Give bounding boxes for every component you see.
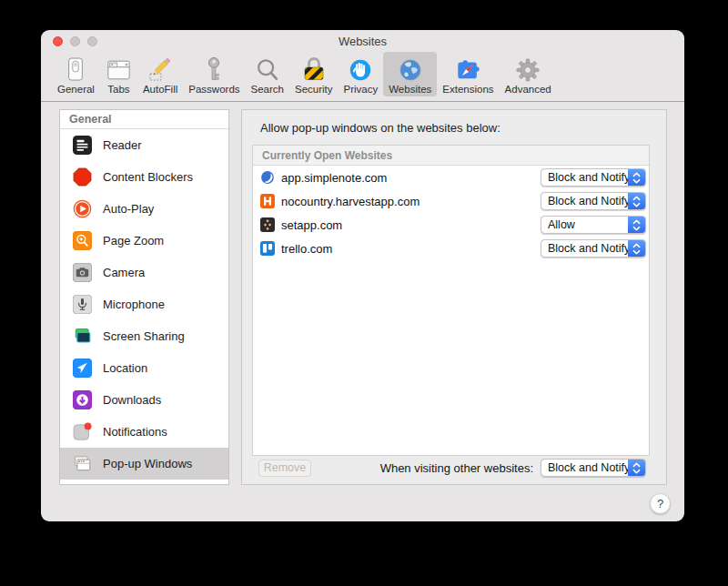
- tab-autofill[interactable]: AutoFill: [137, 52, 183, 96]
- select-value: Block and Notify: [541, 171, 630, 184]
- other-websites-label: When visiting other websites:: [380, 461, 533, 475]
- sidebar-item-label: Camera: [103, 266, 145, 279]
- tab-websites[interactable]: Websites: [383, 52, 437, 96]
- popup-setting-select[interactable]: Block and Notify: [541, 168, 646, 187]
- websites-table: Currently Open Websites app.simplenote.c…: [252, 145, 650, 456]
- globe-icon: [398, 55, 423, 83]
- sidebar-item-label: Notifications: [103, 425, 167, 439]
- sidebar-item-screen-sharing[interactable]: Screen Sharing: [60, 320, 228, 352]
- stepper-arrows-icon: [628, 169, 645, 186]
- panel-heading: Allow pop-up windows on the websites bel…: [260, 121, 666, 135]
- stop-octagon-icon: [72, 167, 92, 187]
- tab-label: Websites: [389, 84, 431, 95]
- sidebar-item-label: Location: [103, 361, 147, 375]
- sidebar-item-label: Reader: [103, 138, 142, 152]
- sidebar-item-auto-play[interactable]: Auto-Play: [60, 193, 228, 225]
- close-button[interactable]: [53, 36, 63, 46]
- puzzle-icon: [455, 55, 481, 83]
- bottom-controls: Remove When visiting other websites: Blo…: [258, 459, 646, 477]
- tab-label: Extensions: [442, 84, 493, 95]
- sidebar-item-label: Downloads: [103, 393, 161, 407]
- popup-setting-select[interactable]: Allow: [541, 216, 646, 234]
- popup-setting-select[interactable]: Block and Notify: [541, 192, 646, 210]
- select-value: Block and Notify: [541, 242, 630, 255]
- sidebar-item-downloads[interactable]: Downloads: [60, 384, 228, 416]
- sidebar-item-content-blockers[interactable]: Content Blockers: [60, 161, 228, 193]
- magnifier-icon: [255, 55, 280, 83]
- website-domain: app.simplenote.com: [281, 171, 387, 185]
- hand-circle-icon: [348, 55, 373, 83]
- sidebar-item-pop-up-windows[interactable]: Pop-up Windows: [60, 448, 228, 480]
- gear-icon: [515, 55, 541, 83]
- notification-badge-icon: [72, 422, 92, 442]
- website-domain: trello.com: [281, 242, 332, 256]
- simplenote-favicon: [260, 170, 275, 185]
- location-arrow-icon: [72, 359, 92, 379]
- table-row[interactable]: nocountry.harvestapp.com Block and Notif…: [253, 189, 649, 213]
- website-domain: setapp.com: [281, 218, 342, 232]
- tab-general[interactable]: General: [52, 52, 100, 96]
- select-value: Block and Notify: [541, 195, 630, 207]
- setapp-favicon: [260, 217, 275, 232]
- tab-label: Advanced: [505, 84, 551, 95]
- website-domain: nocountry.harvestapp.com: [281, 195, 420, 208]
- reader-icon: [72, 136, 92, 156]
- table-row[interactable]: trello.com Block and Notify: [253, 237, 649, 260]
- tab-security[interactable]: Security: [289, 52, 339, 96]
- stepper-arrows-icon: [628, 193, 645, 209]
- zoom-magnifier-icon: [72, 231, 92, 251]
- harvest-favicon: [260, 194, 275, 208]
- sidebar-item-camera[interactable]: Camera: [60, 257, 228, 288]
- sidebar-item-reader[interactable]: Reader: [60, 129, 228, 161]
- tab-extensions[interactable]: Extensions: [437, 52, 499, 96]
- popup-setting-select[interactable]: Block and Notify: [541, 239, 646, 258]
- tab-label: Search: [251, 84, 284, 95]
- sidebar-item-page-zoom[interactable]: Page Zoom: [60, 225, 228, 257]
- safari-preferences-window: Websites General Tabs AutoFill Pass: [41, 30, 684, 521]
- sidebar-item-label: Pop-up Windows: [103, 457, 192, 470]
- window-title: Websites: [41, 30, 684, 53]
- sidebar-header: General: [60, 110, 228, 129]
- stepper-arrows-icon: [628, 240, 645, 257]
- zoom-button[interactable]: [87, 36, 97, 46]
- tab-label: General: [57, 84, 95, 95]
- tab-search[interactable]: Search: [246, 52, 289, 96]
- table-row[interactable]: app.simplenote.com Block and Notify: [253, 166, 649, 189]
- tab-tabs[interactable]: Tabs: [100, 52, 137, 96]
- tab-label: Tabs: [107, 84, 129, 95]
- trello-favicon: [260, 241, 275, 256]
- help-button[interactable]: ?: [650, 493, 671, 514]
- pencil-icon: [147, 55, 173, 83]
- sidebar-item-notifications[interactable]: Notifications: [60, 416, 228, 448]
- traffic-lights: [53, 36, 97, 46]
- sidebar-item-label: Auto-Play: [103, 202, 154, 216]
- tab-advanced[interactable]: Advanced: [500, 52, 557, 96]
- screens-icon: [72, 327, 92, 347]
- select-value: Allow: [541, 218, 575, 231]
- tab-label: AutoFill: [143, 84, 177, 95]
- remove-button[interactable]: Remove: [258, 460, 311, 477]
- light-switch-icon: [65, 55, 86, 83]
- sidebar-item-label: Screen Sharing: [103, 329, 185, 343]
- table-row[interactable]: setapp.com Allow: [253, 213, 649, 237]
- key-icon: [206, 55, 222, 83]
- popup-window-icon: [72, 454, 92, 474]
- table-header: Currently Open Websites: [253, 146, 649, 166]
- tab-label: Passwords: [188, 84, 239, 95]
- tab-label: Security: [295, 84, 333, 95]
- sidebar-item-location[interactable]: Location: [60, 352, 228, 384]
- tabs-window-icon: [106, 55, 132, 83]
- websites-sidebar: General Reader Content Blockers Auto-Pla…: [59, 109, 229, 485]
- preferences-toolbar: General Tabs AutoFill Passwords Search: [41, 50, 684, 102]
- preferences-content: General Reader Content Blockers Auto-Pla…: [41, 102, 684, 520]
- sidebar-item-microphone[interactable]: Microphone: [60, 288, 228, 320]
- tab-privacy[interactable]: Privacy: [339, 52, 384, 96]
- microphone-icon: [72, 295, 92, 315]
- tab-passwords[interactable]: Passwords: [183, 52, 245, 96]
- stepper-arrows-icon: [628, 460, 645, 476]
- minimize-button[interactable]: [70, 36, 80, 46]
- titlebar: Websites: [41, 30, 684, 50]
- sidebar-item-label: Page Zoom: [103, 234, 164, 248]
- sidebar-item-label: Microphone: [103, 298, 165, 311]
- other-websites-select[interactable]: Block and Notify: [541, 459, 646, 477]
